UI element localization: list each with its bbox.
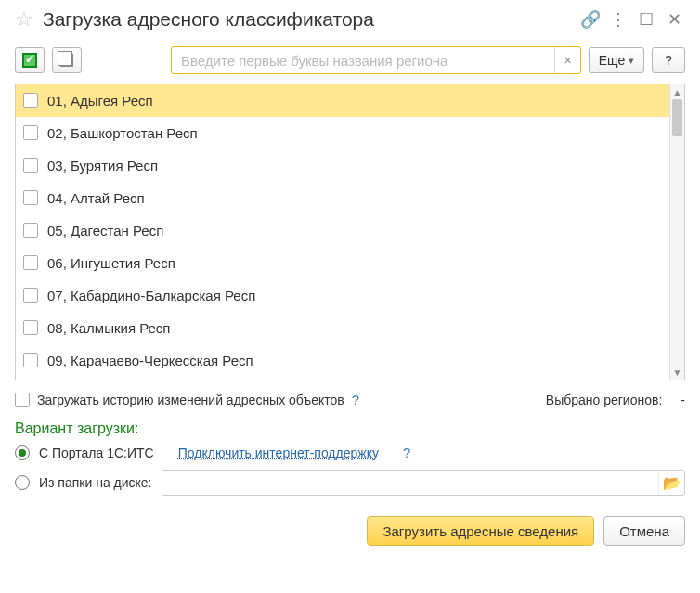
search-field-wrap: × — [171, 46, 581, 74]
region-checkbox[interactable] — [23, 93, 38, 108]
scrollbar[interactable]: ▲ ▼ — [669, 84, 684, 380]
region-checkbox[interactable] — [23, 223, 38, 238]
help-button[interactable]: ? — [652, 47, 685, 73]
load-button-label: Загрузить адресные сведения — [382, 523, 578, 539]
folder-path-input[interactable] — [162, 471, 658, 495]
region-row[interactable]: 01, Адыгея Респ — [16, 84, 669, 117]
variant-section-title: Вариант загрузки: — [0, 413, 700, 441]
more-button-label: Еще — [599, 53, 626, 68]
options-row: Загружать историю изменений адресных объ… — [0, 380, 700, 413]
variant-folder-row: Из папки на диске: 📂 — [0, 464, 700, 499]
help-button-label: ? — [665, 53, 672, 68]
scroll-down-icon[interactable]: ▼ — [670, 365, 684, 380]
region-list-container: 01, Адыгея Респ02, Башкортостан Респ03, … — [15, 84, 685, 380]
region-row[interactable]: 04, Алтай Респ — [16, 182, 669, 214]
maximize-icon[interactable]: ☐ — [635, 8, 657, 31]
selected-regions-label: Выбрано регионов: — [546, 393, 663, 407]
variant-portal-radio[interactable] — [15, 445, 30, 460]
history-help-icon[interactable]: ? — [352, 392, 359, 407]
region-label: 05, Дагестан Респ — [47, 223, 163, 238]
region-label: 04, Алтай Респ — [47, 190, 145, 206]
region-label: 01, Адыгея Респ — [47, 93, 153, 109]
region-row[interactable]: 02, Башкортостан Респ — [16, 117, 669, 149]
region-label: 09, Карачаево-Черкесская Респ — [47, 353, 253, 368]
region-row[interactable]: 08, Калмыкия Респ — [16, 312, 669, 344]
region-checkbox[interactable] — [23, 353, 38, 367]
cancel-button-label: Отмена — [619, 523, 669, 539]
region-row[interactable]: 07, Кабардино-Балкарская Респ — [16, 279, 669, 312]
search-clear-button[interactable]: × — [554, 47, 580, 73]
region-search-input[interactable] — [172, 47, 554, 73]
region-row[interactable]: 06, Ингушетия Респ — [16, 247, 669, 279]
cancel-button[interactable]: Отмена — [603, 516, 685, 546]
region-label: 03, Бурятия Респ — [47, 158, 158, 174]
connect-help-icon[interactable]: ? — [403, 445, 410, 460]
folder-input-wrap: 📂 — [162, 470, 685, 496]
region-checkbox[interactable] — [23, 255, 38, 270]
chevron-down-icon: ▾ — [629, 55, 634, 67]
region-list: 01, Адыгея Респ02, Башкортостан Респ03, … — [16, 84, 669, 380]
region-checkbox[interactable] — [23, 320, 38, 335]
more-button[interactable]: Еще ▾ — [589, 47, 644, 73]
link-icon[interactable]: 🔗 — [579, 8, 602, 31]
uncheck-all-button[interactable] — [52, 47, 82, 73]
selected-regions-count: - — [681, 393, 685, 407]
favorite-star-icon[interactable]: ☆ — [15, 7, 33, 32]
region-label: 02, Башкортостан Респ — [47, 125, 198, 141]
load-button[interactable]: Загрузить адресные сведения — [367, 516, 594, 546]
region-row[interactable]: 09, Карачаево-Черкесская Респ — [16, 344, 669, 377]
uncheck-all-icon — [60, 54, 73, 67]
footer: Загрузить адресные сведения Отмена — [0, 499, 700, 561]
variant-folder-label: Из папки на диске: — [39, 475, 152, 490]
region-label: 07, Кабардино-Балкарская Респ — [47, 288, 255, 303]
check-all-button[interactable] — [15, 47, 45, 73]
variant-portal-label: С Портала 1С:ИТС — [39, 445, 154, 460]
scroll-up-icon[interactable]: ▲ — [670, 84, 684, 99]
scroll-thumb[interactable] — [672, 99, 682, 136]
close-icon[interactable]: ✕ — [663, 8, 685, 31]
window-title: Загрузка адресного классификатора — [43, 8, 574, 31]
history-checkbox[interactable] — [15, 393, 30, 407]
region-label: 08, Калмыкия Респ — [47, 320, 171, 336]
folder-browse-button[interactable]: 📂 — [658, 471, 684, 495]
region-row[interactable]: 03, Бурятия Респ — [16, 149, 669, 182]
region-checkbox[interactable] — [23, 158, 38, 173]
variant-portal-row: С Портала 1С:ИТС Подключить интернет-под… — [0, 441, 700, 464]
region-label: 06, Ингушетия Респ — [47, 255, 175, 271]
variant-folder-radio[interactable] — [15, 475, 30, 490]
region-checkbox[interactable] — [23, 190, 38, 205]
region-row[interactable]: 05, Дагестан Респ — [16, 214, 669, 247]
titlebar: ☆ Загрузка адресного классификатора 🔗 ⋮ … — [0, 0, 700, 41]
connect-support-link[interactable]: Подключить интернет-поддержку — [178, 445, 379, 460]
history-label: Загружать историю изменений адресных объ… — [37, 393, 344, 407]
toolbar: × Еще ▾ ? — [0, 41, 700, 84]
region-checkbox[interactable] — [23, 125, 38, 140]
folder-icon: 📂 — [663, 474, 681, 492]
check-all-icon — [22, 53, 37, 68]
menu-icon[interactable]: ⋮ — [607, 8, 629, 31]
region-checkbox[interactable] — [23, 288, 38, 303]
